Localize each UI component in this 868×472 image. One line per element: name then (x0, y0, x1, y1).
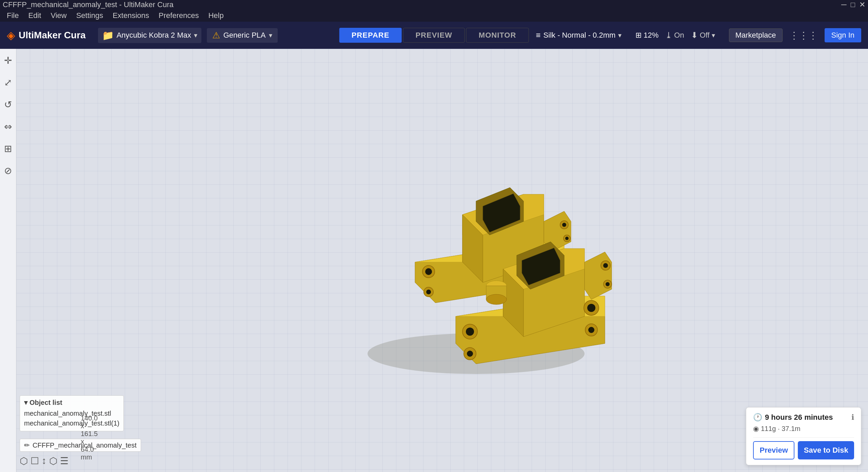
window-title: CFFFP_mechanical_anomaly_test - UltiMake… (3, 0, 174, 9)
toolbar: ◈ UltiMaker Cura 📁 Anycubic Kobra 2 Max … (0, 22, 868, 49)
window-controls[interactable]: ─ □ ✕ (841, 0, 865, 9)
adhesion-toggle[interactable]: ⬇ Off ▾ (691, 31, 715, 40)
svg-point-10 (466, 328, 474, 336)
printer-name: Anycubic Kobra 2 Max (117, 31, 191, 40)
main-area: ✛ ⤢ ↺ ⇔ ⊞ ⊘ (0, 49, 868, 472)
svg-point-6 (562, 223, 566, 227)
scale-tool[interactable]: ⤢ (2, 75, 14, 90)
profile-dropdown-icon: ▾ (618, 31, 622, 39)
adhesion-icon: ⬇ (691, 31, 698, 40)
svg-point-20 (606, 282, 610, 286)
object-icon-1[interactable]: ⬡ (20, 455, 28, 467)
viewport[interactable]: ▾ Object list mechanical_anomaly_test.st… (16, 49, 868, 472)
weight-icon: ◉ (753, 425, 759, 433)
printer-selector[interactable]: 📁 Anycubic Kobra 2 Max ▾ (98, 28, 201, 43)
signin-button[interactable]: Sign In (825, 28, 862, 42)
infill-icon: ⊞ (635, 31, 642, 40)
print-time-value: 9 hours 26 minutes (765, 413, 833, 422)
adhesion-status: Off (700, 31, 710, 40)
dimensions-text: 140.0 x 161.5 x 64.0 mm (81, 414, 98, 461)
menu-help[interactable]: Help (204, 10, 228, 21)
object-icon-3[interactable]: ↕ (42, 455, 46, 467)
support-blocker-tool[interactable]: ⊘ (2, 163, 14, 178)
menu-edit[interactable]: Edit (24, 10, 45, 21)
nav-tabs: PREPARE PREVIEW MONITOR (339, 28, 529, 43)
mirror-tool[interactable]: ⇔ (2, 119, 14, 134)
material-dropdown-icon: ▾ (269, 31, 272, 39)
titlebar: CFFFP_mechanical_anomaly_test - UltiMake… (0, 0, 868, 9)
infill-selector[interactable]: ⊞ 12% (635, 31, 658, 40)
edit-icon: ✏ (24, 441, 30, 449)
marketplace-button[interactable]: Marketplace (729, 28, 783, 42)
svg-point-16 (588, 327, 594, 333)
info-icon[interactable]: ℹ (851, 413, 854, 422)
layers-icon: ≡ (536, 31, 541, 40)
object-icon-5[interactable]: ☰ (60, 455, 68, 467)
logo-area: ◈ UltiMaker Cura (7, 29, 86, 42)
collapse-icon[interactable]: ▾ (24, 398, 27, 407)
object-icon-2[interactable]: ☐ (31, 455, 39, 467)
profile-name: Silk - Normal - 0.2mm (544, 31, 616, 40)
app-logo: UltiMaker Cura (19, 30, 86, 41)
tab-preview[interactable]: PREVIEW (403, 28, 465, 43)
menu-file[interactable]: File (3, 10, 23, 21)
svg-point-4 (426, 290, 431, 294)
svg-point-14 (467, 351, 473, 357)
move-tool[interactable]: ✛ (2, 53, 14, 68)
printer-dropdown-icon: ▾ (194, 31, 197, 39)
tab-prepare[interactable]: PREPARE (339, 28, 402, 43)
print-info-header: 🕐 9 hours 26 minutes ℹ (753, 413, 854, 422)
svg-point-12 (587, 304, 595, 312)
svg-point-23 (486, 294, 507, 304)
support-icon: ⤓ (665, 31, 672, 40)
model-container (347, 154, 618, 391)
material-warning-icon: ⚠ (212, 30, 220, 41)
right-toolbar: ≡ Silk - Normal - 0.2mm ▾ ⊞ 12% ⤓ On ⬇ O… (536, 28, 861, 42)
preview-button[interactable]: Preview (753, 441, 794, 459)
menu-settings[interactable]: Settings (72, 10, 107, 21)
menubar: File Edit View Settings Extensions Prefe… (0, 9, 868, 22)
material-name: Generic PLA (223, 31, 266, 40)
print-time: 🕐 9 hours 26 minutes (753, 413, 833, 422)
svg-point-18 (603, 263, 608, 268)
print-weight-value: 111g · 37.1m (761, 425, 801, 433)
object-item-1[interactable]: mechanical_anomaly_test.stl (24, 409, 119, 418)
clock-icon: 🕐 (753, 413, 762, 422)
file-info: ✏ CFFFP_mechanical_anomaly_test (20, 439, 141, 452)
bottom-icons: ⬡ ☐ ↕ ⬡ ☰ 140.0 x 161.5 x 64.0 mm (20, 455, 68, 467)
support-toggle[interactable]: ⤓ On (665, 31, 684, 40)
tab-monitor[interactable]: MONITOR (466, 28, 529, 43)
infill-value: 12% (644, 31, 658, 40)
object-list-title: Object list (29, 399, 62, 407)
svg-point-0 (425, 268, 432, 275)
left-sidebar: ✛ ⤢ ↺ ⇔ ⊞ ⊘ (0, 49, 16, 472)
print-info-panel: 🕐 9 hours 26 minutes ℹ ◉ 111g · 37.1m Pr… (746, 407, 861, 465)
per-model-settings-tool[interactable]: ⊞ (2, 141, 14, 156)
menu-extensions[interactable]: Extensions (108, 10, 153, 21)
profile-selector[interactable]: ≡ Silk - Normal - 0.2mm ▾ (536, 31, 622, 40)
menu-preferences[interactable]: Preferences (155, 10, 203, 21)
menu-view[interactable]: View (46, 10, 71, 21)
print-buttons: Preview Save to Disk (753, 441, 854, 459)
material-selector[interactable]: ⚠ Generic PLA ▾ (207, 28, 278, 43)
support-status: On (674, 31, 684, 40)
object-item-2[interactable]: mechanical_anomaly_test.stl(1) (24, 418, 119, 428)
object-list-panel: ▾ Object list mechanical_anomaly_test.st… (20, 395, 124, 431)
save-to-disk-button[interactable]: Save to Disk (798, 441, 854, 459)
model-svg (347, 154, 618, 391)
logo-icon: ◈ (7, 29, 15, 42)
maximize-button[interactable]: □ (851, 0, 855, 9)
apps-grid-icon[interactable]: ⋮⋮⋮ (789, 30, 818, 41)
svg-point-8 (565, 237, 569, 240)
object-icon-4[interactable]: ⬡ (49, 455, 57, 467)
minimize-button[interactable]: ─ (841, 0, 847, 9)
print-divider (753, 437, 854, 438)
rotate-tool[interactable]: ↺ (2, 97, 14, 112)
adhesion-dropdown-icon: ▾ (712, 31, 715, 39)
print-weight: ◉ 111g · 37.1m (753, 425, 854, 433)
object-list-header[interactable]: ▾ Object list (24, 398, 119, 407)
folder-icon: 📁 (102, 30, 114, 41)
close-button[interactable]: ✕ (859, 0, 865, 9)
